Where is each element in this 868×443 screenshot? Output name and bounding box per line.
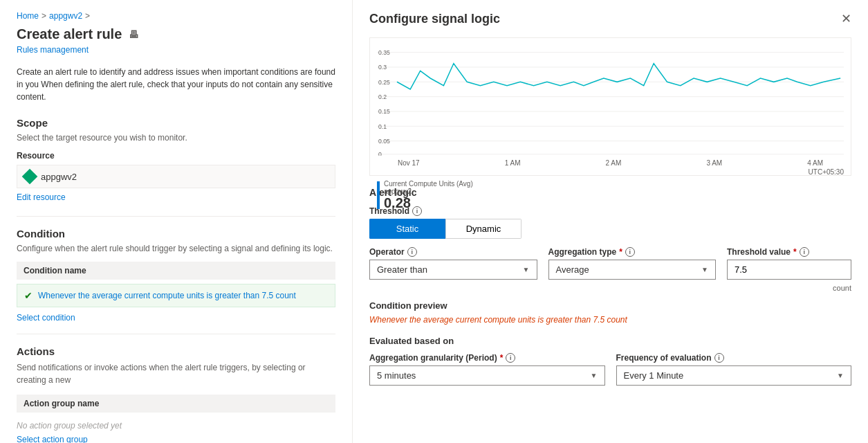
count-label: count bbox=[727, 284, 851, 292]
divider2 bbox=[17, 334, 335, 334]
operator-select[interactable]: Greater than ▼ bbox=[369, 260, 537, 280]
legend-resource: appgwv2 bbox=[384, 188, 473, 195]
print-icon[interactable]: 🖶 bbox=[129, 29, 138, 40]
chart-x-labels: Nov 17 1 AM 2 AM 3 AM 4 AM bbox=[377, 158, 844, 167]
svg-text:0.25: 0.25 bbox=[378, 78, 390, 85]
scope-subtitle: Select the target resource you wish to m… bbox=[17, 133, 335, 143]
x-label-1am: 1 AM bbox=[505, 159, 521, 167]
granularity-arrow: ▼ bbox=[591, 372, 598, 379]
svg-text:0.1: 0.1 bbox=[378, 123, 387, 129]
legend-text: Current Compute Units (Avg) appgwv2 0.28 bbox=[384, 180, 473, 211]
rules-management-link[interactable]: Rules management bbox=[17, 45, 335, 55]
logic-fields-row: Operator i Greater than ▼ Aggregation ty… bbox=[369, 247, 851, 292]
frequency-arrow: ▼ bbox=[837, 372, 844, 379]
threshold-val-info-icon[interactable]: i bbox=[800, 247, 809, 257]
condition-preview-section: Condition preview Whenever the average c… bbox=[369, 300, 851, 325]
x-label-4am: 4 AM bbox=[807, 159, 823, 167]
condition-title: Condition bbox=[17, 228, 335, 239]
page-title-row: Create alert rule 🖶 bbox=[17, 26, 335, 42]
chart-legend: Current Compute Units (Avg) appgwv2 0.28 bbox=[377, 180, 844, 211]
aggregation-select[interactable]: Average ▼ bbox=[548, 260, 717, 280]
no-action-text: No action group selected yet bbox=[17, 417, 335, 435]
legend-bar bbox=[377, 181, 380, 209]
evaluated-title: Evaluated based on bbox=[369, 336, 851, 346]
x-label-nov17: Nov 17 bbox=[398, 159, 420, 167]
panel-title-row: Configure signal logic ✕ bbox=[369, 11, 851, 26]
x-label-3am: 3 AM bbox=[706, 159, 722, 167]
breadcrumb-home[interactable]: Home bbox=[17, 11, 39, 21]
breadcrumb-appgwv2[interactable]: appgwv2 bbox=[49, 11, 82, 21]
close-button[interactable]: ✕ bbox=[841, 11, 851, 26]
edit-resource-link[interactable]: Edit resource bbox=[17, 192, 335, 202]
aggregation-arrow: ▼ bbox=[701, 266, 708, 273]
resource-name: appgwv2 bbox=[41, 172, 77, 182]
svg-text:0.05: 0.05 bbox=[378, 137, 390, 144]
threshold-value-label: Threshold value * i bbox=[727, 247, 851, 257]
breadcrumb: Home > appgwv2 > bbox=[17, 11, 335, 21]
actions-title: Actions bbox=[17, 345, 335, 357]
select-condition-link[interactable]: Select condition bbox=[17, 313, 335, 323]
granularity-required: * bbox=[500, 353, 504, 363]
page-title: Create alert rule bbox=[17, 26, 122, 42]
aggregation-label: Aggregation type * i bbox=[548, 247, 717, 257]
aggregation-group: Aggregation type * i Average ▼ bbox=[548, 247, 717, 280]
aggregation-info-icon[interactable]: i bbox=[625, 247, 635, 257]
threshold-value-group: Threshold value * i count bbox=[727, 247, 851, 292]
threshold-value-input[interactable] bbox=[727, 260, 851, 280]
condition-text: Whenever the average current compute uni… bbox=[38, 291, 296, 300]
breadcrumb-sep1: > bbox=[41, 11, 46, 21]
condition-preview-text: Whenever the average current compute uni… bbox=[369, 315, 851, 325]
chart-container: 0.35 0.3 0.25 0.2 0.15 0.1 0.05 0 Nov 17… bbox=[369, 37, 851, 176]
legend-value: 0.28 bbox=[384, 195, 473, 211]
granularity-info-icon[interactable]: i bbox=[506, 353, 515, 363]
x-label-2am: 2 AM bbox=[606, 159, 622, 167]
chart-svg: 0.35 0.3 0.25 0.2 0.15 0.1 0.05 0 bbox=[377, 45, 844, 156]
static-toggle-btn[interactable]: Static bbox=[369, 219, 445, 239]
utc-label: UTC+05:30 bbox=[377, 168, 844, 176]
panel-title: Configure signal logic bbox=[369, 12, 500, 26]
threshold-required: * bbox=[793, 247, 797, 257]
breadcrumb-sep2: > bbox=[85, 11, 90, 21]
select-action-link[interactable]: Select action group bbox=[17, 435, 335, 443]
actions-subtitle: Send notifications or invoke actions whe… bbox=[17, 361, 335, 386]
dynamic-toggle-btn[interactable]: Dynamic bbox=[445, 219, 521, 239]
left-panel: Home > appgwv2 > Create alert rule 🖶 Rul… bbox=[0, 0, 353, 443]
svg-text:0.2: 0.2 bbox=[378, 93, 387, 100]
right-panel: Configure signal logic ✕ 0.35 0.3 0.25 0… bbox=[353, 0, 868, 443]
granularity-label: Aggregation granularity (Period) * i bbox=[369, 353, 605, 363]
frequency-group: Frequency of evaluation i Every 1 Minute… bbox=[616, 353, 852, 386]
frequency-label: Frequency of evaluation i bbox=[616, 353, 852, 363]
page-description: Create an alert rule to identify and add… bbox=[17, 66, 335, 103]
legend-label: Current Compute Units (Avg) bbox=[384, 180, 473, 188]
operator-arrow: ▼ bbox=[523, 266, 530, 273]
check-icon: ✔ bbox=[24, 290, 33, 301]
resource-icon bbox=[22, 169, 38, 185]
granularity-group: Aggregation granularity (Period) * i 5 m… bbox=[369, 353, 605, 386]
threshold-toggle: Static Dynamic bbox=[369, 219, 521, 239]
svg-text:0.3: 0.3 bbox=[378, 64, 387, 71]
resource-field-label: Resource bbox=[17, 151, 335, 161]
eval-row: Aggregation granularity (Period) * i 5 m… bbox=[369, 353, 851, 386]
operator-group: Operator i Greater than ▼ bbox=[369, 247, 537, 280]
action-group-label: Action group name bbox=[17, 395, 335, 413]
resource-box: appgwv2 bbox=[17, 165, 335, 188]
threshold-group: Threshold i Static Dynamic bbox=[369, 206, 851, 239]
operator-label: Operator i bbox=[369, 247, 537, 257]
scope-title: Scope bbox=[17, 117, 335, 129]
granularity-select[interactable]: 5 minutes ▼ bbox=[369, 365, 605, 386]
condition-subtitle: Configure when the alert rule should tri… bbox=[17, 244, 335, 253]
svg-text:0: 0 bbox=[378, 151, 382, 156]
svg-text:0.35: 0.35 bbox=[378, 48, 390, 55]
condition-name-label: Condition name bbox=[17, 262, 335, 280]
condition-item[interactable]: ✔ Whenever the average current compute u… bbox=[17, 284, 335, 307]
aggregation-required: * bbox=[619, 247, 622, 257]
operator-info-icon[interactable]: i bbox=[407, 247, 417, 257]
svg-text:0.15: 0.15 bbox=[378, 108, 390, 115]
divider1 bbox=[17, 216, 335, 217]
condition-preview-title: Condition preview bbox=[369, 300, 851, 311]
frequency-select[interactable]: Every 1 Minute ▼ bbox=[616, 365, 852, 386]
frequency-info-icon[interactable]: i bbox=[714, 353, 724, 363]
